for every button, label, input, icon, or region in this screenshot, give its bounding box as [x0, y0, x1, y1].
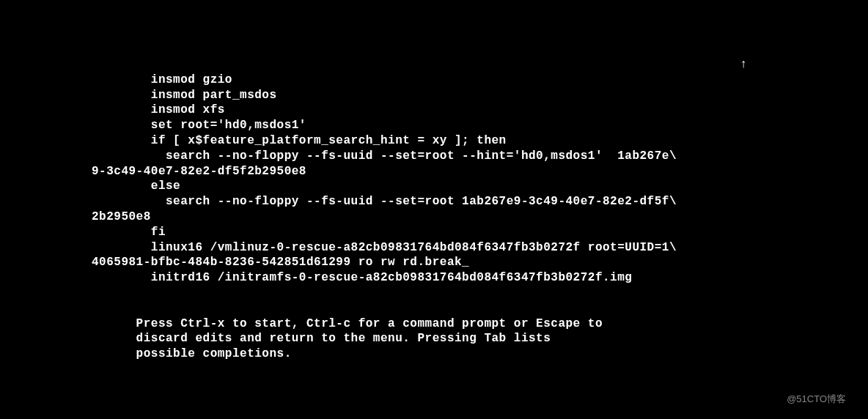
grub-line: else [92, 179, 180, 193]
grub-line: insmod part_msdos [92, 89, 277, 102]
grub-line: initrd16 /initramfs-0-rescue-a82cb098317… [92, 271, 632, 284]
watermark-text: @51CTO博客 [787, 393, 846, 406]
grub-editor[interactable]: insmod gzio insmod part_msdos insmod xfs… [0, 0, 868, 362]
grub-line: insmod gzio [92, 73, 232, 86]
grub-line: insmod xfs [92, 103, 225, 116]
grub-help-line: discard edits and return to the menu. Pr… [92, 332, 551, 345]
grub-help-line: possible completions. [92, 347, 292, 360]
grub-line: 2b2950e8 [92, 210, 151, 223]
grub-line: if [ x$feature_platform_search_hint = xy… [92, 134, 507, 147]
grub-line: fi [92, 226, 166, 239]
grub-line: search --no-floppy --fs-uuid --set=root … [92, 149, 677, 163]
grub-help-line: Press Ctrl-x to start, Ctrl-c for a comm… [92, 317, 603, 330]
grub-line: set root='hd0,msdos1' [92, 119, 306, 132]
grub-line-cursor: 4065981-bfbc-484b-8236-542851d61299 ro r… [92, 256, 469, 269]
grub-line: linux16 /vmlinuz-0-rescue-a82cb09831764b… [92, 241, 677, 254]
grub-line: search --no-floppy --fs-uuid --set=root … [92, 195, 677, 208]
grub-line: 9-3c49-40e7-82e2-df5f2b2950e8 [92, 165, 306, 178]
scroll-up-arrow-icon: ↑ [740, 57, 747, 73]
